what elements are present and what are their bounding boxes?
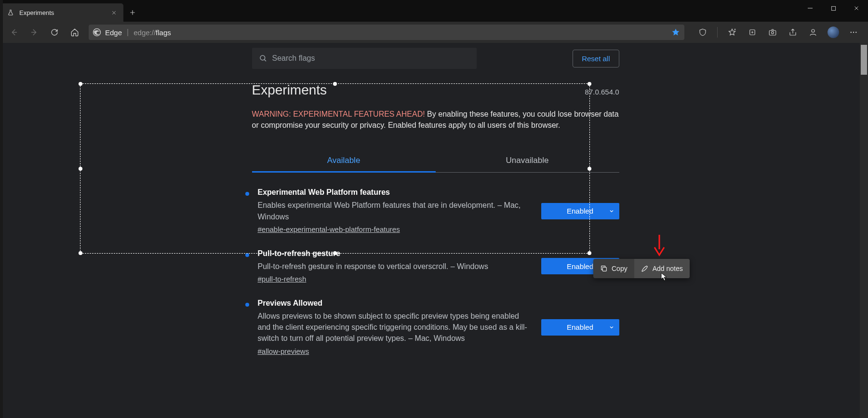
search-flags-input[interactable] [272,54,470,63]
tab-unavailable[interactable]: Unavailable [436,150,619,172]
flag-description: Enables experimental Web Platform featur… [258,200,533,222]
svg-point-5 [812,29,815,32]
modified-dot-icon [245,253,249,257]
browser-tab[interactable]: Experiments [0,3,123,22]
search-icon [259,54,267,63]
forward-button[interactable] [25,24,43,41]
avatar-image [828,27,839,38]
flag-state-dropdown[interactable]: Enabled [541,203,619,219]
flag-description: Allows previews to be shown subject to s… [258,310,533,344]
flag-title: Previews Allowed [258,299,533,308]
tabs: Available Unavailable [252,150,619,173]
svg-rect-10 [602,267,606,271]
modified-dot-icon [245,303,249,307]
flag-title: Experimental Web Platform features [258,188,533,197]
favorite-star-icon[interactable] [671,27,681,37]
tab-close-button[interactable] [110,9,118,16]
profile-avatar[interactable] [824,24,843,41]
copy-button[interactable]: Copy [593,259,634,278]
scrollbar-track[interactable] [860,43,868,418]
window-controls [799,0,868,16]
flag-state-label: Enabled [567,323,593,331]
tab-available[interactable]: Available [252,150,436,172]
close-window-button[interactable] [845,0,868,16]
edge-logo-icon [93,28,101,37]
person-icon[interactable] [803,24,823,41]
tab-title: Experiments [19,9,105,16]
modified-dot-icon [245,192,249,196]
page-content: Reset all Experiments 87.0.654.0 WARNING… [3,43,868,418]
screenshot-icon[interactable] [763,24,782,41]
svg-point-4 [772,31,774,34]
version-label: 87.0.654.0 [585,88,619,96]
flag-state-dropdown[interactable]: Enabled [541,319,619,336]
favorites-icon[interactable] [722,24,742,41]
toolbar-row: Edge | edge://flags [0,22,868,43]
flag-state-label: Enabled [567,262,593,270]
pen-icon [641,265,649,272]
screenshot-action-toolbar: Copy Add notes [593,259,690,278]
new-tab-button[interactable] [123,3,142,22]
flag-anchor-link[interactable]: #enable-experimental-web-platform-featur… [258,225,400,233]
flag-row: Previews Allowed Allows previews to be s… [252,283,619,356]
copy-icon [600,265,608,272]
flag-description: Pull-to-refresh gesture in response to v… [258,261,533,272]
svg-rect-3 [769,30,776,35]
home-button[interactable] [66,24,84,41]
more-menu-button[interactable] [844,24,863,41]
flag-row: Pull-to-refresh gesture Pull-to-refresh … [252,234,619,283]
page-title: Experiments [252,82,327,98]
chevron-down-icon [609,324,614,330]
svg-point-9 [260,55,265,60]
address-bar[interactable]: Edge | edge://flags [89,25,684,40]
shield-icon[interactable] [693,24,712,41]
title-bar: Experiments [0,0,868,22]
flag-anchor-link[interactable]: #allow-previews [258,347,309,355]
collections-icon[interactable] [743,24,762,41]
back-button[interactable] [5,24,23,41]
flag-title: Pull-to-refresh gesture [258,249,533,258]
toolbar-separator [717,27,718,38]
site-identity[interactable]: Edge [93,28,122,37]
address-url: edge://flags [134,28,171,37]
share-icon[interactable] [783,24,802,41]
svg-rect-0 [831,6,835,10]
toolbar-right-icons [693,24,863,41]
search-flags-box[interactable] [252,48,477,69]
flag-row: Experimental Web Platform features Enabl… [252,173,619,233]
svg-point-8 [855,32,856,33]
reset-all-button[interactable]: Reset all [573,50,619,67]
svg-point-7 [853,32,854,33]
address-separator: | [127,28,129,37]
add-notes-button[interactable]: Add notes [634,259,690,278]
site-identity-label: Edge [105,28,122,37]
add-notes-label: Add notes [653,265,683,272]
chevron-down-icon [609,208,614,214]
flag-state-label: Enabled [567,207,593,215]
warning-text: WARNING: EXPERIMENTAL FEATURES AHEAD! By… [252,108,619,131]
svg-point-6 [851,32,852,33]
flask-icon [7,9,14,16]
copy-label: Copy [612,265,628,272]
maximize-button[interactable] [822,0,845,16]
minimize-button[interactable] [799,0,822,16]
flag-anchor-link[interactable]: #pull-to-refresh [258,275,307,283]
refresh-button[interactable] [45,24,64,41]
scrollbar-thumb[interactable] [861,45,867,75]
